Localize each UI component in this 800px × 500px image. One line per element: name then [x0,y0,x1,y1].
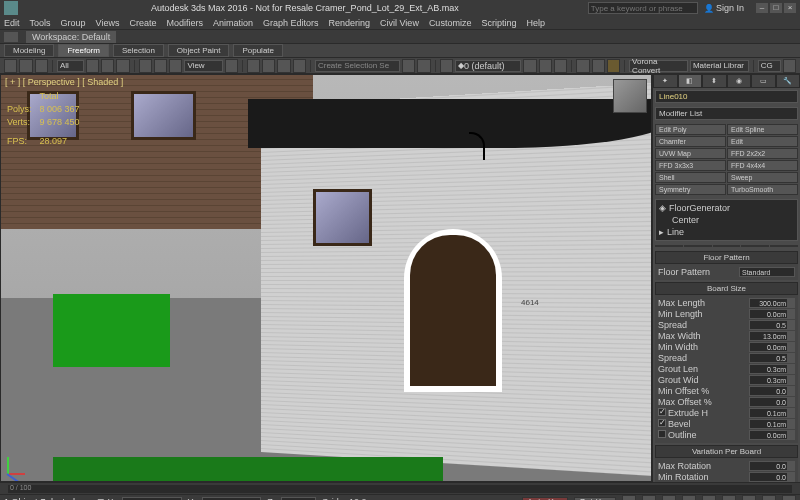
utilities-tab-icon[interactable]: 🔧 [776,74,801,88]
move-icon[interactable] [139,59,152,73]
mod-btn-sweep[interactable]: Sweep [727,172,798,183]
motion-tab-icon[interactable]: ◉ [727,74,752,88]
extra-tool-icon[interactable] [783,59,796,73]
hierarchy-tab-icon[interactable]: ⬍ [702,74,727,88]
param-spinner[interactable]: 0.3cm [749,375,795,385]
time-slider[interactable] [0,482,800,494]
mod-btn-shell[interactable]: Shell [655,172,726,183]
mod-btn-edit[interactable]: Edit [727,136,798,147]
stack-subitem-center[interactable]: Center [658,214,795,226]
modifier-list-dropdown[interactable]: Modifier List [655,107,798,120]
param-spinner[interactable]: 0.0 [749,461,795,471]
rollout-header[interactable]: Variation Per Board [655,445,798,458]
configure-sets-icon[interactable] [770,245,798,247]
pan-icon[interactable] [722,495,736,501]
perspective-viewport[interactable]: [ + ] [ Perspective ] [ Shaded ] Total P… [0,74,652,482]
curve-editor-icon[interactable] [523,59,536,73]
viewport-label[interactable]: [ + ] [ Perspective ] [ Shaded ] [5,77,123,87]
tab-freeform[interactable]: Freeform [58,44,108,57]
zoom-icon[interactable] [742,495,756,501]
transform-y-input[interactable]: 1197.531cm [202,497,262,501]
app-logo-icon[interactable] [4,1,18,15]
material-editor-icon[interactable] [554,59,567,73]
select-region-icon[interactable] [116,59,129,73]
show-end-result-icon[interactable] [684,245,712,247]
redo-icon[interactable] [19,59,32,73]
next-frame-icon[interactable] [682,495,696,501]
param-spinner[interactable]: 0.0cm [749,309,795,319]
stack-item-floorgenerator[interactable]: ◈ FloorGenerator [658,202,795,214]
auto-key-button[interactable]: Auto Key [522,497,569,501]
param-spinner[interactable]: 0.1cm [749,419,795,429]
param-spinner[interactable]: 13.0cm [749,331,795,341]
rollout-header[interactable]: Board Size [655,282,798,295]
display-tab-icon[interactable]: ▭ [751,74,776,88]
set-key-button[interactable]: Set Key [574,497,616,501]
pivot-icon[interactable] [225,59,238,73]
mod-btn-ffd-3[interactable]: FFD 3x3x3 [655,160,726,171]
param-checkbox[interactable] [658,430,666,438]
pin-stack-icon[interactable] [655,245,683,247]
transform-x-input[interactable]: 2745.706cm [122,497,182,501]
render-frame-icon[interactable] [592,59,605,73]
selection-filter-dropdown[interactable]: All [57,60,84,72]
snap-icon[interactable] [247,59,260,73]
layer-dropdown[interactable]: ◆ 0 (default) [455,60,521,72]
script-dropdown-1[interactable]: Vorona Convert [629,60,688,72]
undo-icon[interactable] [4,59,17,73]
play-icon[interactable] [662,495,676,501]
maximize-button[interactable]: □ [770,3,782,13]
max-viewport-icon[interactable] [782,495,796,501]
rollout-header[interactable]: Floor Pattern [655,251,798,264]
tab-object-paint[interactable]: Object Paint [168,44,230,57]
tab-populate[interactable]: Populate [233,44,283,57]
select-name-icon[interactable] [101,59,114,73]
layer-explorer-icon[interactable] [440,59,453,73]
orbit-icon[interactable] [762,495,776,501]
menu-civil-view[interactable]: Civil View [380,18,419,28]
mod-btn-ffd-4[interactable]: FFD 4x4x4 [727,160,798,171]
mod-btn-turbosmooth[interactable]: TurboSmooth [727,184,798,195]
workspace-selector[interactable]: Workspace: Default [26,31,116,43]
help-search-input[interactable] [588,2,698,14]
script-dropdown-2[interactable]: Material Librar [690,60,749,72]
menu-tools[interactable]: Tools [30,18,51,28]
mirror-icon[interactable] [402,59,415,73]
quick-access-icon[interactable] [4,32,18,42]
mod-btn-edit-poly[interactable]: Edit Poly [655,124,726,135]
spinner-snap-icon[interactable] [293,59,306,73]
transform-z-input[interactable]: 0.0cm [281,497,316,501]
modifier-stack[interactable]: ◈ FloorGenerator Center ▸ Line [655,199,798,241]
menu-edit[interactable]: Edit [4,18,20,28]
param-spinner[interactable]: 300.0cm [749,298,795,308]
param-spinner[interactable]: 0.5 [749,320,795,330]
render-icon[interactable] [607,59,620,73]
close-button[interactable]: × [784,3,796,13]
tab-modeling[interactable]: Modeling [4,44,54,57]
goto-start-icon[interactable] [622,495,636,501]
scale-icon[interactable] [169,59,182,73]
mod-btn-uvw-map[interactable]: UVW Map [655,148,726,159]
mod-btn-ffd-2[interactable]: FFD 2x2x2 [727,148,798,159]
minimize-button[interactable]: – [756,3,768,13]
tab-selection[interactable]: Selection [113,44,164,57]
param-checkbox[interactable] [658,419,666,427]
param-spinner[interactable]: 0.0 [749,386,795,396]
cg-dropdown[interactable]: CG [758,60,781,72]
mod-btn-chamfer[interactable]: Chamfer [655,136,726,147]
viewcube-icon[interactable] [613,79,647,113]
remove-modifier-icon[interactable] [741,245,769,247]
ref-coord-dropdown[interactable]: View [184,60,222,72]
create-tab-icon[interactable]: ✦ [653,74,678,88]
param-spinner[interactable]: 0.0cm [749,342,795,352]
angle-snap-icon[interactable] [262,59,275,73]
stack-item-line[interactable]: ▸ Line [658,226,795,238]
param-spinner[interactable]: 0.0 [749,472,795,482]
floor-pattern-dropdown[interactable]: Standard [739,267,795,277]
menu-modifiers[interactable]: Modifiers [166,18,203,28]
align-icon[interactable] [417,59,430,73]
named-selection-dropdown[interactable]: Create Selection Se [315,60,400,72]
percent-snap-icon[interactable] [277,59,290,73]
select-object-icon[interactable] [86,59,99,73]
time-slider-track[interactable] [8,485,792,493]
